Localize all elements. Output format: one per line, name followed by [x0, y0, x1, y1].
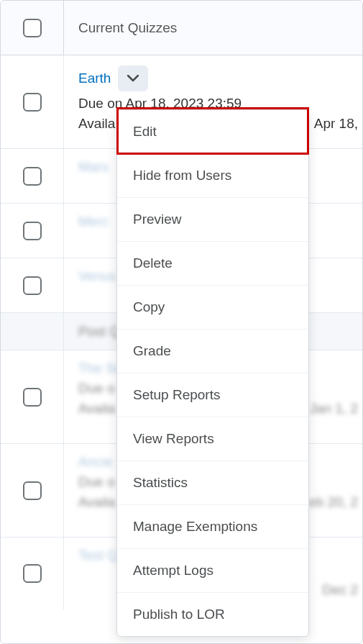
- row-checkbox[interactable]: [23, 276, 42, 295]
- row-checkbox-cell: [1, 258, 64, 312]
- row-checkbox[interactable]: [23, 564, 42, 583]
- row-checkbox-cell: [1, 350, 64, 443]
- header-title: Current Quizzes: [64, 20, 362, 36]
- dropdown-item-statistics[interactable]: Statistics: [117, 461, 308, 505]
- table-header: Current Quizzes: [1, 1, 362, 55]
- quiz-list-container: Current Quizzes Earth Due on Apr 18, 202…: [0, 0, 363, 644]
- row-checkbox-cell: [1, 149, 64, 203]
- quiz-actions-button[interactable]: [118, 65, 148, 91]
- chevron-down-icon: [127, 75, 139, 82]
- quiz-date-right: Jan 1, 2: [309, 401, 358, 417]
- dropdown-item-edit[interactable]: Edit: [117, 110, 308, 154]
- dropdown-item-publish-lor[interactable]: Publish to LOR: [117, 593, 308, 636]
- quiz-availability: Availa: [78, 494, 115, 510]
- header-checkbox-cell: [1, 1, 64, 55]
- row-checkbox-cell: [1, 444, 64, 537]
- quiz-name-row: Earth: [78, 65, 348, 91]
- quiz-actions-dropdown: Edit Hide from Users Preview Delete Copy…: [116, 109, 309, 637]
- row-checkbox-cell: [1, 538, 64, 609]
- dropdown-item-hide[interactable]: Hide from Users: [117, 154, 308, 198]
- row-checkbox-cell: [1, 204, 64, 258]
- quiz-link[interactable]: Earth: [78, 71, 111, 86]
- dropdown-item-manage-exemptions[interactable]: Manage Exemptions: [117, 505, 308, 549]
- quiz-date-right: Apr 18,: [314, 116, 358, 132]
- row-checkbox[interactable]: [23, 388, 42, 407]
- dropdown-item-attempt-logs[interactable]: Attempt Logs: [117, 549, 308, 593]
- sub-item-label: Post Q: [78, 324, 120, 340]
- row-checkbox[interactable]: [23, 93, 42, 112]
- dropdown-item-copy[interactable]: Copy: [117, 286, 308, 330]
- sub-checkbox-cell: [1, 313, 64, 350]
- quiz-date-right: eb 20, 2: [308, 494, 358, 510]
- dropdown-item-view-reports[interactable]: View Reports: [117, 417, 308, 461]
- row-checkbox-cell: [1, 55, 64, 148]
- select-all-checkbox[interactable]: [23, 19, 42, 37]
- dropdown-item-grade[interactable]: Grade: [117, 330, 308, 373]
- row-checkbox[interactable]: [23, 222, 42, 240]
- dropdown-item-delete[interactable]: Delete: [117, 242, 308, 286]
- quiz-date-right: Dec 2: [322, 582, 358, 598]
- quiz-availability: Availa: [78, 116, 115, 132]
- row-checkbox[interactable]: [23, 481, 42, 500]
- row-checkbox[interactable]: [23, 167, 42, 186]
- dropdown-item-setup-reports[interactable]: Setup Reports: [117, 373, 308, 417]
- dropdown-item-preview[interactable]: Preview: [117, 198, 308, 242]
- quiz-availability: Availa: [78, 401, 115, 417]
